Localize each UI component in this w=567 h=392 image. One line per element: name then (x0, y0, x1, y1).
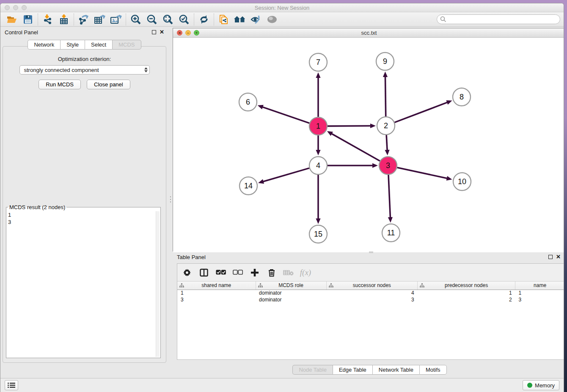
network-graph[interactable]: 7968124314101511 (173, 38, 564, 251)
zoom-out-icon[interactable] (144, 13, 160, 26)
first-neighbors-icon[interactable] (232, 13, 248, 26)
toolbar-separator (74, 14, 74, 25)
duplicate-network-icon[interactable] (216, 13, 232, 26)
mcds-tab-content: Optimization criterion: strongly connect… (3, 46, 166, 363)
tab-motifs[interactable]: Motifs (419, 365, 447, 375)
graph-node-label: 7 (316, 58, 320, 66)
node-table: shared nameMCDS rolesuccessor nodesprede… (177, 282, 564, 303)
task-history-button[interactable] (5, 380, 18, 390)
table-cell[interactable]: 1 (515, 290, 564, 296)
search-icon (440, 16, 446, 22)
graph-node-label: 10 (458, 177, 466, 186)
tab-edge-table[interactable]: Edge Table (333, 365, 372, 375)
network-frame-titlebar[interactable]: ✕ − + scc.txt (173, 28, 564, 38)
deselect-all-columns-icon[interactable] (232, 267, 243, 278)
float-panel-icon[interactable] (152, 30, 156, 34)
column-header-successor-nodes[interactable]: successor nodes (326, 282, 418, 290)
column-header-shared-name[interactable]: shared name (177, 282, 256, 290)
edge-3-1[interactable] (331, 133, 380, 161)
column-type-icon (329, 283, 333, 288)
column-header-name[interactable]: name (515, 282, 564, 290)
export-network-icon[interactable] (76, 13, 92, 26)
column-header-predecessor-nodes[interactable]: predecessor nodes (418, 282, 515, 290)
mcds-result-text[interactable]: 1 3 (8, 211, 155, 357)
delete-column-icon[interactable] (266, 267, 277, 278)
network-canvas[interactable]: 7968124314101511 (173, 38, 564, 252)
table-options-gear-icon[interactable] (182, 267, 193, 278)
frame-zoom-icon[interactable]: + (194, 30, 199, 36)
memory-button[interactable]: Memory (523, 380, 559, 390)
result-scrollbar[interactable] (156, 211, 160, 357)
search-container (437, 14, 560, 24)
float-table-panel-icon[interactable] (548, 255, 553, 259)
edge-3-11[interactable] (388, 175, 390, 218)
panel-splitter[interactable] (168, 27, 173, 378)
apply-layout-refresh-icon[interactable] (196, 13, 212, 26)
tab-mcds[interactable]: MCDS (112, 40, 141, 50)
tab-style[interactable]: Style (60, 40, 85, 50)
table-row[interactable]: 1dominator411 (177, 290, 564, 296)
tab-network[interactable]: Network (28, 40, 60, 50)
control-panel: Control Panel ✕ NetworkStyleSelectMCDS O… (0, 27, 168, 378)
window-title: Session: New Session (0, 5, 564, 11)
zoom-selected-icon[interactable] (176, 13, 192, 26)
graph-node-label: 2 (384, 121, 388, 130)
tab-node-table[interactable]: Node Table (292, 365, 333, 375)
zoom-fit-icon[interactable] (160, 13, 176, 26)
close-panel-button[interactable]: Close panel (87, 80, 130, 89)
optimization-criterion-label: Optimization criterion: (3, 56, 166, 62)
table-cell[interactable]: 2 (418, 296, 515, 303)
show-column-panel-icon[interactable] (198, 267, 209, 278)
close-panel-icon[interactable]: ✕ (160, 30, 164, 34)
table-cell[interactable]: 4 (326, 290, 418, 296)
toolbar-separator (214, 14, 214, 25)
status-bar: Memory (0, 378, 564, 392)
import-network-icon[interactable] (40, 13, 56, 26)
edge-2-3[interactable] (386, 135, 387, 151)
table-row[interactable]: 3dominator323 (177, 296, 564, 303)
column-type-icon (258, 283, 263, 288)
open-session-icon[interactable] (4, 13, 20, 26)
column-type-icon (420, 283, 424, 288)
frame-minimize-icon[interactable]: − (185, 30, 191, 36)
run-mcds-button[interactable]: Run MCDS (39, 80, 81, 89)
table-cell[interactable]: 1 (177, 290, 256, 296)
table-cell[interactable]: 3 (177, 296, 256, 303)
add-column-icon[interactable] (249, 267, 260, 278)
export-image-icon[interactable] (108, 13, 124, 26)
search-input[interactable] (437, 14, 560, 24)
tab-network-table[interactable]: Network Table (372, 365, 419, 375)
column-header-MCDS-role[interactable]: MCDS role (256, 282, 326, 290)
show-graphics-details-icon[interactable] (264, 13, 280, 26)
edge-1-2[interactable] (328, 126, 371, 126)
select-all-columns-icon[interactable] (215, 267, 226, 278)
edge-2-9[interactable] (385, 76, 385, 116)
edge-1-6[interactable] (262, 107, 309, 123)
edge-arrowhead-icon (385, 150, 389, 155)
edge-arrowhead-icon (383, 72, 388, 77)
export-table-icon[interactable] (92, 13, 108, 26)
save-session-icon[interactable] (20, 13, 36, 26)
edge-arrowhead-icon (446, 100, 452, 105)
network-frame-title: scc.txt (173, 30, 564, 36)
hide-graphics-details-icon[interactable] (248, 13, 264, 26)
criterion-select[interactable]: strongly connected component (19, 65, 150, 75)
table-cell[interactable]: dominator (256, 296, 326, 303)
import-table-icon[interactable] (56, 13, 72, 26)
mcds-result-title: MCDS result (2 nodes) (8, 204, 66, 210)
tab-select[interactable]: Select (85, 40, 112, 50)
close-table-panel-icon[interactable]: ✕ (556, 255, 561, 259)
edge-2-8[interactable] (395, 102, 448, 122)
table-cell[interactable]: 1 (418, 290, 515, 296)
table-cell[interactable]: dominator (256, 290, 326, 296)
frame-close-icon[interactable]: ✕ (177, 30, 182, 36)
zoom-in-icon[interactable] (128, 13, 144, 26)
toolbar-separator (38, 14, 38, 25)
node-table-container: f(x) shared nameMCDS rolesuccessor nodes… (177, 263, 564, 360)
table-cell[interactable]: 3 (515, 296, 564, 303)
edge-3-10[interactable] (397, 168, 447, 179)
edge-4-14[interactable] (263, 168, 309, 182)
graph-node-label: 6 (246, 98, 250, 106)
graph-node-label: 8 (460, 93, 464, 101)
table-cell[interactable]: 3 (326, 296, 418, 303)
